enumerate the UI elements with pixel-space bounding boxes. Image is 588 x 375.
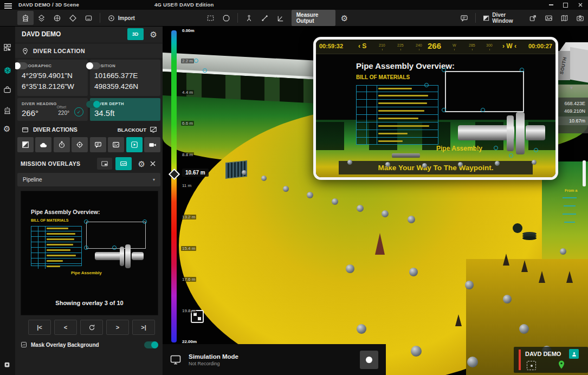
- 3d-scene-viewport[interactable]: 0.00m 2.2 m 4.4 m 6.6 m 8.8 m 11 m 13.2 …: [163, 26, 588, 375]
- location-pin-icon: [22, 48, 29, 55]
- close-button[interactable]: [576, 1, 585, 9]
- seabed-cone: [566, 271, 573, 283]
- blackout-button[interactable]: BLACKOUT: [118, 127, 146, 133]
- card-button[interactable]: [81, 11, 96, 25]
- mission-overlays-header: MISSION OVERLAYS ⚙: [15, 156, 163, 171]
- sidebar-item-toolbox[interactable]: [3, 86, 12, 94]
- scene-objects-button[interactable]: [49, 11, 65, 25]
- sidebar-item-diver[interactable]: [3, 106, 12, 115]
- seabed-sphere: [332, 198, 338, 205]
- readout-depth: 10.67m: [554, 117, 588, 125]
- popout-button[interactable]: [525, 11, 541, 25]
- cube-chevron-down-icon[interactable]: ▾: [570, 85, 573, 90]
- recording-bar: Simulation Mode Not Recording: [163, 344, 386, 375]
- refresh-icon: [88, 324, 95, 331]
- panel-title: DAVD DEMO: [22, 30, 61, 38]
- refresh-overlay-button[interactable]: [80, 320, 103, 335]
- timer-action-button[interactable]: [54, 137, 70, 152]
- seabed-cone: [539, 271, 545, 283]
- seabed-sphere: [346, 264, 354, 273]
- record-dot-icon: [366, 357, 372, 363]
- overlay-pip-button[interactable]: [97, 158, 112, 170]
- diver-view-button[interactable]: [17, 11, 34, 25]
- view-mode-3d-button[interactable]: 3D: [127, 28, 144, 40]
- hamburger-menu-icon[interactable]: [4, 2, 12, 10]
- measure-line-button[interactable]: [257, 11, 273, 25]
- seabed-sphere: [242, 170, 247, 175]
- octagon-tool-button[interactable]: [218, 11, 234, 25]
- mask-overlay-toggle[interactable]: [144, 341, 158, 348]
- import-button[interactable]: Import: [104, 11, 139, 25]
- minimize-button[interactable]: [546, 1, 556, 9]
- sidebar-item-plugin[interactable]: [3, 361, 12, 370]
- hud-overlay-title: Pipe Assembly Overview:: [356, 61, 455, 70]
- overlay-preview[interactable]: Pipe Assembly Overview: BILL OF MATERIAL…: [21, 191, 158, 315]
- focus-crosshair-icon[interactable]: [527, 361, 536, 370]
- sidebar-item-3d-scene-active[interactable]: [3, 66, 12, 75]
- hud-pipe-assembly: [458, 125, 514, 140]
- first-overlay-button[interactable]: |<: [28, 320, 51, 335]
- diver-window-popup[interactable]: 00:59:32 ‹ S 210 225 240 266 W 285 300 ›…: [313, 37, 558, 180]
- last-overlay-button[interactable]: >|: [132, 320, 155, 335]
- cyan-annotation-line: [564, 205, 576, 206]
- layers-button[interactable]: [34, 11, 49, 25]
- overlay-dropdown-value: Pipeline: [23, 177, 42, 183]
- diver-depth-toggle[interactable]: [86, 101, 100, 108]
- close-overlays-icon[interactable]: [150, 160, 156, 167]
- offset-check-icon[interactable]: ✓: [74, 107, 83, 117]
- overlay-dropdown[interactable]: Pipeline ▾: [17, 173, 160, 186]
- overlay-status: Showing overlay 3 of 10: [21, 300, 158, 306]
- preview-title: Pipe Assembly Overview:: [31, 209, 100, 215]
- target-action-button[interactable]: [72, 137, 88, 152]
- sidebar-item-settings[interactable]: ⚙: [3, 125, 12, 133]
- angle-tool-button[interactable]: [273, 11, 288, 25]
- selection-rect-icon: [206, 14, 215, 22]
- restore-button[interactable]: [560, 1, 570, 9]
- diver-window-button[interactable]: Diver Window: [479, 11, 525, 25]
- overlay-image-action-button[interactable]: [108, 137, 124, 152]
- chat-button[interactable]: [456, 11, 472, 25]
- geographic-toggle[interactable]: [14, 62, 28, 69]
- tripod-tool-button[interactable]: [241, 11, 257, 25]
- video-overlay-action-button[interactable]: [126, 137, 143, 152]
- position-toggle[interactable]: [86, 62, 100, 69]
- message-action-button[interactable]: [90, 137, 106, 152]
- depth-tick: 17.6 m: [181, 277, 196, 282]
- selection-tool-button[interactable]: [203, 11, 218, 25]
- overlay-settings-gear-icon[interactable]: ⚙: [138, 160, 145, 168]
- depth-tick: 2.2 m: [181, 59, 194, 63]
- weather-action-button[interactable]: [35, 137, 51, 152]
- panel-settings-gear-icon[interactable]: ⚙: [150, 30, 157, 38]
- grid-cage-object: [225, 160, 247, 179]
- depth-tick: 4.4 m: [181, 90, 194, 95]
- overlay-fullscreen-button-active[interactable]: [115, 157, 132, 170]
- layers-icon: [37, 14, 46, 22]
- hud-compass-tick: 240: [416, 43, 422, 47]
- screen-blackout-action-button[interactable]: [17, 137, 34, 152]
- map-button[interactable]: [557, 11, 572, 25]
- prev-overlay-button[interactable]: <: [54, 320, 77, 335]
- depth-marker-diamond[interactable]: [169, 169, 180, 180]
- coordinate-readout: 668.423E 469.210N 10.67m: [554, 98, 588, 133]
- camera-feed-action-button[interactable]: [144, 137, 160, 152]
- markers-button[interactable]: [65, 11, 81, 25]
- panel-header: DAVD DEMO 3D ⚙: [15, 26, 163, 42]
- diver-badge-icon[interactable]: [569, 349, 579, 359]
- diver-status-box[interactable]: DAVD DEMO: [514, 347, 588, 373]
- record-button[interactable]: [360, 351, 378, 369]
- hud-countdown-timer: 00:00:27: [528, 43, 552, 49]
- depth-colorbar[interactable]: [171, 30, 177, 342]
- seabed-pyramid: [375, 233, 385, 255]
- hud-compass-tick: 300: [486, 43, 493, 47]
- next-overlay-button[interactable]: >: [106, 320, 129, 335]
- screenshot-button[interactable]: [572, 11, 588, 25]
- measure-settings-gear-icon[interactable]: ⚙: [341, 14, 348, 22]
- sidebar-item-dashboard[interactable]: [3, 43, 12, 52]
- diver-status-name: DAVD DEMO: [525, 351, 561, 357]
- diver-location-pin-icon[interactable]: [557, 360, 566, 370]
- measure-output-button[interactable]: Measure Output: [292, 10, 335, 26]
- external-link-icon: [529, 14, 537, 22]
- hud-pipe-caption: Pipe Assembly: [436, 145, 482, 152]
- diver-heading-card: DIVER HEADING 266° Offset 220° ✓: [17, 98, 88, 121]
- snapshot-gallery-button[interactable]: [541, 11, 557, 25]
